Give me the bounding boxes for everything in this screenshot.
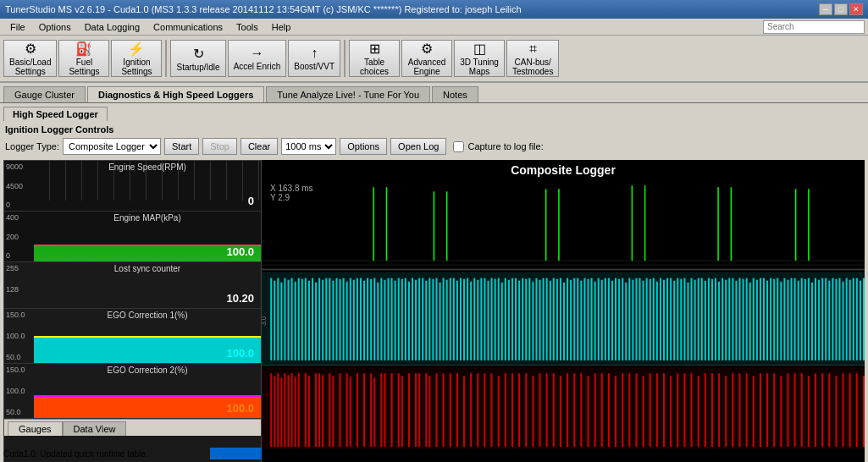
table-choices-button[interactable]: ⊞ Table choices [349, 40, 400, 77]
open-log-button[interactable]: Open Log [390, 138, 446, 155]
svg-rect-48 [363, 281, 365, 360]
menu-help[interactable]: Help [265, 20, 298, 34]
clear-button[interactable]: Clear [240, 138, 278, 155]
svg-rect-76 [460, 278, 462, 360]
tab-notes[interactable]: Notes [432, 86, 478, 102]
table-icon: ⊞ [369, 41, 380, 57]
svg-rect-58 [398, 278, 400, 360]
menu-options[interactable]: Options [32, 20, 78, 34]
svg-rect-92 [515, 278, 517, 360]
svg-rect-184 [832, 278, 833, 360]
data-view-tab[interactable]: Data View [63, 421, 127, 436]
svg-rect-220 [391, 373, 393, 447]
rpm-value: 0 [248, 195, 254, 207]
svg-rect-236 [491, 373, 493, 447]
svg-rect-162 [756, 280, 758, 360]
svg-rect-152 [721, 278, 723, 360]
close-button[interactable]: ✕ [849, 3, 863, 15]
tuning-3d-button[interactable]: ◫ 3D Tuning Maps [454, 40, 505, 77]
svg-rect-267 [705, 373, 706, 447]
svg-rect-183 [828, 281, 830, 360]
svg-rect-214 [357, 373, 358, 447]
menu-file[interactable]: File [3, 20, 32, 34]
svg-rect-279 [787, 373, 788, 447]
boost-vvt-button[interactable]: ↑ Boost/VVT [288, 40, 340, 77]
chart-area[interactable]: 3.0 [262, 179, 865, 462]
svg-rect-163 [760, 278, 761, 360]
start-button[interactable]: Start [164, 138, 199, 155]
ignition-settings-button[interactable]: ⚡ Ignition Settings [111, 40, 162, 77]
tab-tune-analyze[interactable]: Tune Analyze Live! - Tune For You [266, 86, 430, 102]
title-bar: TunerStudio MS v2.6.19 - Cuda1.0 (MS3 1.… [0, 0, 868, 19]
svg-rect-256 [628, 373, 630, 447]
svg-rect-43 [346, 282, 348, 360]
svg-rect-231 [456, 373, 458, 447]
svg-rect-86 [495, 279, 496, 360]
svg-rect-161 [753, 278, 755, 360]
time-select[interactable]: 1000 ms [281, 138, 336, 155]
advanced-engine-button[interactable]: ⚙ Advanced Engine [401, 40, 452, 77]
svg-rect-240 [518, 373, 520, 447]
svg-rect-248 [573, 373, 575, 447]
svg-rect-264 [683, 373, 685, 447]
basic-load-button[interactable]: ⚙ Basic/Load Settings [3, 40, 57, 77]
svg-rect-110 [577, 278, 578, 360]
svg-rect-167 [773, 279, 775, 360]
can-bus-button[interactable]: ⌗ CAN-bus/ Testmodes [506, 40, 559, 77]
options-button[interactable]: Options [340, 138, 387, 155]
fuel-settings-button[interactable]: ⛽ Fuel Settings [58, 40, 109, 77]
svg-rect-69 [435, 278, 437, 360]
svg-rect-176 [804, 279, 806, 360]
svg-rect-234 [477, 373, 478, 447]
svg-rect-201 [291, 373, 293, 447]
sub-tab-high-speed-logger[interactable]: High Speed Logger [3, 107, 108, 121]
svg-rect-265 [691, 373, 693, 447]
capture-checkbox[interactable] [453, 141, 464, 152]
tab-diagnostics[interactable]: Diagnostics & High Speed Loggers [87, 86, 264, 102]
ego2-axis: 150.0 100.0 50.0 [4, 364, 34, 418]
svg-rect-121 [615, 278, 616, 360]
svg-rect-211 [340, 373, 341, 447]
svg-rect-197 [277, 373, 279, 447]
map-title: Engine MAP(kPa) [34, 213, 261, 223]
menu-data-logging[interactable]: Data Logging [78, 20, 147, 34]
logger-type-select[interactable]: Composite Logger [63, 138, 161, 155]
startup-idle-button[interactable]: ↻ Startup/Idle [170, 40, 225, 77]
svg-rect-103 [553, 278, 555, 360]
svg-rect-150 [715, 278, 716, 360]
svg-rect-273 [746, 373, 748, 447]
menu-communications[interactable]: Communications [147, 20, 229, 34]
gauges-tab[interactable]: Gauges [8, 421, 63, 436]
svg-rect-113 [587, 279, 589, 360]
accel-enrich-button[interactable]: → Accel Enrich [228, 40, 287, 77]
svg-rect-250 [587, 376, 589, 447]
svg-rect-255 [622, 373, 623, 447]
svg-rect-60 [405, 278, 406, 360]
svg-rect-100 [543, 278, 545, 360]
svg-rect-132 [653, 278, 655, 360]
svg-rect-215 [363, 373, 365, 447]
svg-rect-134 [660, 278, 661, 360]
stop-button[interactable]: Stop [202, 138, 237, 155]
svg-rect-175 [801, 278, 803, 360]
svg-rect-286 [835, 376, 837, 447]
svg-rect-123 [622, 278, 623, 360]
svg-rect-133 [656, 282, 658, 360]
svg-rect-125 [628, 278, 630, 360]
svg-rect-157 [738, 278, 740, 360]
tab-gauge-cluster[interactable]: Gauge Cluster [3, 86, 86, 102]
svg-rect-124 [625, 283, 627, 360]
svg-rect-177 [808, 278, 810, 360]
status-text: Cuda1.0: Updated quick runtime table. [3, 449, 207, 459]
svg-rect-263 [677, 373, 678, 447]
svg-rect-65 [422, 278, 423, 360]
svg-rect-174 [798, 281, 799, 360]
svg-rect-276 [766, 373, 768, 447]
svg-rect-164 [763, 278, 765, 360]
maximize-button[interactable]: □ [834, 3, 848, 15]
minimize-button[interactable]: ─ [819, 3, 832, 15]
search-input[interactable] [763, 20, 865, 34]
svg-rect-56 [391, 278, 393, 360]
chart-panel: Composite Logger X 163.8 ms Y 2.9 [262, 160, 865, 462]
menu-tools[interactable]: Tools [229, 20, 265, 34]
